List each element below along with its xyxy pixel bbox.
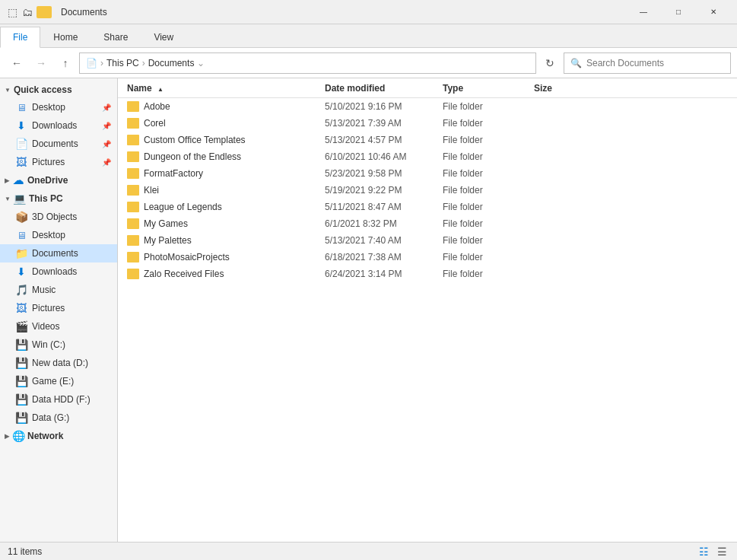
search-icon: 🔍 [570, 58, 582, 68]
sidebar-item-desktop[interactable]: 🖥 Desktop [0, 226, 117, 244]
sidebar-item-documents-quick[interactable]: 📄 Documents 📌 [0, 135, 117, 153]
folder-icon [37, 6, 52, 18]
address-sep1: › [100, 58, 103, 68]
tab-share[interactable]: Share [91, 27, 141, 48]
folder-icon [127, 185, 139, 196]
sidebar-item-datag[interactable]: 💾 Data (G:) [0, 409, 117, 427]
downloads-icon: ⬇ [15, 119, 27, 132]
pictures-thispc-icon: 🖼 [15, 302, 27, 314]
file-date-cell: 6/24/2021 3:14 PM [325, 269, 443, 279]
address-sep2: › [142, 58, 145, 68]
chevron-quickaccess: ▼ [5, 87, 11, 94]
sidebar-item-winc[interactable]: 💾 Win (C:) [0, 336, 117, 354]
close-button[interactable]: ✕ [696, 0, 731, 24]
address-box[interactable]: 📄 › This PC › Documents ⌄ [79, 52, 536, 74]
sidebar-network-header[interactable]: ▶ 🌐 Network [0, 427, 117, 445]
documents-icon-quick: 📄 [15, 138, 27, 150]
file-name: My Games [144, 218, 188, 229]
folder-icon [127, 252, 139, 262]
file-name-cell: PhotoMosaicProjects [127, 252, 325, 262]
table-row[interactable]: My Games 6/1/2021 8:32 PM File folder [118, 215, 737, 232]
sidebar-item-label: Pictures [32, 157, 65, 167]
sidebar-item-downloads-quick[interactable]: ⬇ Downloads 📌 [0, 116, 117, 135]
table-row[interactable]: My Palettes 5/13/2021 7:40 AM File folde… [118, 232, 737, 249]
table-row[interactable]: Custom Office Templates 5/13/2021 4:57 P… [118, 132, 737, 148]
file-date-cell: 5/13/2021 7:40 AM [325, 235, 443, 246]
tab-home[interactable]: Home [40, 27, 91, 48]
title-bar-system-icons: ⬚ 🗂 [6, 6, 53, 18]
refresh-button[interactable]: ↻ [539, 52, 561, 74]
forward-button[interactable]: → [30, 52, 52, 74]
sidebar-item-label: Pictures [32, 303, 65, 313]
file-name-cell: Klei [127, 185, 325, 196]
sidebar-item-desktop-quick[interactable]: 🖥 Desktop 📌 [0, 98, 117, 116]
minimize-button[interactable]: — [626, 0, 661, 24]
file-date-cell: 6/10/2021 10:46 AM [325, 151, 443, 162]
sidebar-item-newdata[interactable]: 💾 New data (D:) [0, 354, 117, 372]
column-header-row: Name ▲ Date modified Type Size [118, 78, 737, 98]
sidebar-item-3dobjects[interactable]: 📦 3D Objects [0, 208, 117, 226]
file-name-cell: Adobe [127, 101, 325, 112]
table-row[interactable]: Klei 5/19/2021 9:22 PM File folder [118, 182, 737, 199]
file-name: PhotoMosaicProjects [144, 252, 230, 262]
search-input[interactable] [586, 58, 724, 68]
col-header-date[interactable]: Date modified [325, 83, 443, 94]
sidebar-item-pictures[interactable]: 🖼 Pictures [0, 299, 117, 317]
file-type-cell: File folder [443, 168, 534, 179]
sidebar-item-documents[interactable]: 📁 Documents [0, 244, 117, 262]
file-name-cell: My Palettes [127, 235, 325, 246]
file-name: League of Legends [144, 202, 222, 212]
chevron-thispc: ▼ [5, 196, 11, 202]
file-name: FormatFactory [144, 168, 203, 179]
view-list-button[interactable]: ☰ [714, 544, 729, 559]
file-date-cell: 6/1/2021 8:32 PM [325, 218, 443, 229]
address-chevron: ⌄ [197, 58, 205, 68]
sidebar-item-datahdd[interactable]: 💾 Data HDD (F:) [0, 390, 117, 409]
status-bar: 11 items ☷ ☰ [0, 542, 737, 560]
table-row[interactable]: FormatFactory 5/23/2021 9:58 PM File fol… [118, 165, 737, 182]
table-row[interactable]: Dungeon of the Endless 6/10/2021 10:46 A… [118, 148, 737, 165]
sidebar-item-game[interactable]: 💾 Game (E:) [0, 372, 117, 390]
maximize-button[interactable]: □ [661, 0, 696, 24]
pin-icon-downloads: 📌 [102, 122, 111, 130]
sidebar-item-downloads[interactable]: ⬇ Downloads [0, 262, 117, 281]
sidebar-onedrive-header[interactable]: ▶ ☁ OneDrive [0, 171, 117, 189]
view-controls: ☷ ☰ [696, 544, 729, 559]
ribbon-tab-bar: File Home Share View [0, 24, 737, 47]
tab-file[interactable]: File [0, 27, 40, 48]
sidebar-item-videos[interactable]: 🎬 Videos [0, 317, 117, 336]
table-row[interactable]: Corel 5/13/2021 7:39 AM File folder [118, 115, 737, 132]
sidebar-item-music[interactable]: 🎵 Music [0, 281, 117, 299]
table-row[interactable]: PhotoMosaicProjects 6/18/2021 7:38 AM Fi… [118, 249, 737, 266]
col-header-name[interactable]: Name ▲ [127, 83, 325, 94]
main-layout: ▼ Quick access 🖥 Desktop 📌 ⬇ Downloads 📌… [0, 78, 737, 542]
file-date-cell: 5/11/2021 8:47 AM [325, 202, 443, 212]
chevron-network: ▶ [5, 433, 9, 440]
file-name: Custom Office Templates [144, 135, 246, 145]
table-row[interactable]: League of Legends 5/11/2021 8:47 AM File… [118, 199, 737, 215]
address-thispc: 📄 [86, 58, 97, 68]
file-type-cell: File folder [443, 218, 534, 229]
col-header-type[interactable]: Type [443, 83, 534, 94]
sidebar-item-label: Videos [32, 321, 59, 332]
sidebar-quickaccess-header[interactable]: ▼ Quick access [0, 81, 117, 98]
sidebar-thispc-header[interactable]: ▼ 💻 This PC [0, 189, 117, 208]
sidebar-item-pictures-quick[interactable]: 🖼 Pictures 📌 [0, 153, 117, 171]
file-type-cell: File folder [443, 151, 534, 162]
file-name-cell: Dungeon of the Endless [127, 151, 325, 162]
sidebar-network-label: Network [27, 431, 63, 441]
tab-view[interactable]: View [141, 27, 186, 48]
file-name-cell: League of Legends [127, 202, 325, 212]
col-header-size[interactable]: Size [534, 83, 595, 94]
table-row[interactable]: Zalo Received Files 6/24/2021 3:14 PM Fi… [118, 266, 737, 282]
sidebar-item-label: Desktop [32, 102, 65, 113]
view-details-button[interactable]: ☷ [696, 544, 711, 559]
window-title: Documents [61, 7, 621, 18]
table-row[interactable]: Adobe 5/10/2021 9:16 PM File folder [118, 98, 737, 115]
sort-indicator: ▲ [157, 86, 164, 93]
folder-icon [127, 269, 139, 279]
sidebar-item-label: Documents [32, 138, 78, 149]
sidebar-item-label: Desktop [32, 230, 65, 240]
up-button[interactable]: ↑ [55, 52, 76, 74]
back-button[interactable]: ← [6, 52, 27, 74]
